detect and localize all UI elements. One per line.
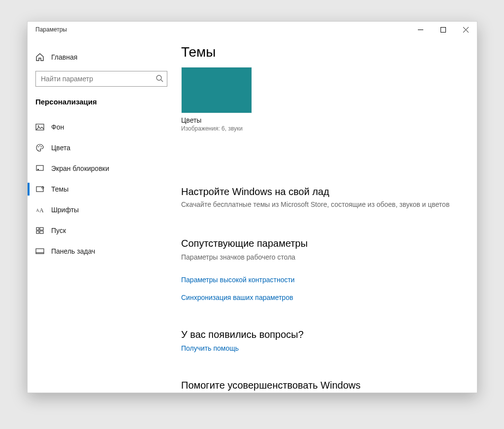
minimize-button[interactable] [409, 22, 432, 37]
svg-point-8 [38, 146, 39, 147]
svg-rect-1 [441, 27, 445, 32]
svg-rect-16 [36, 228, 39, 230]
search-icon [156, 74, 163, 82]
nav-label: Пуск [51, 227, 66, 234]
nav-label: Шрифты [51, 206, 79, 214]
theme-thumbnail [181, 67, 252, 113]
nav-item-taskbar[interactable]: Панель задач [28, 241, 175, 262]
nav-item-background[interactable]: Фон [28, 117, 175, 137]
sync-settings-link[interactable]: Синхронизация ваших параметров [181, 294, 463, 301]
maximize-button[interactable] [432, 22, 454, 37]
theme-card[interactable]: Цветы Изображения: 6, звуки [181, 67, 463, 132]
nav-item-themes[interactable]: Темы [28, 179, 175, 199]
sidebar: Главная Персонализация [28, 37, 175, 393]
svg-line-5 [161, 80, 163, 82]
nav-label: Темы [51, 185, 68, 193]
home-label: Главная [51, 53, 77, 61]
svg-text:A: A [36, 208, 39, 213]
fonts-icon: AA [35, 205, 44, 214]
feedback-title: Помогите усовершенствовать Windows [181, 380, 463, 391]
nav-item-start[interactable]: Пуск [28, 220, 175, 241]
desktop-icons-text: Параметры значков рабочего стола [181, 253, 463, 261]
search-input[interactable] [35, 71, 167, 87]
svg-rect-19 [40, 231, 43, 233]
related-title: Сопутствующие параметры [181, 238, 463, 249]
svg-point-4 [157, 75, 161, 80]
theme-name: Цветы [181, 116, 463, 124]
customize-desc: Скачайте бесплатные темы из Microsoft St… [181, 200, 463, 208]
titlebar: Параметры [28, 22, 477, 37]
window-controls [409, 22, 477, 37]
palette-icon [35, 143, 44, 152]
get-help-link[interactable]: Получить помощь [181, 344, 463, 352]
nav-item-colors[interactable]: Цвета [28, 137, 175, 158]
close-button[interactable] [454, 22, 477, 37]
themes-icon [35, 185, 44, 194]
svg-point-10 [41, 146, 42, 147]
taskbar-icon [35, 247, 44, 256]
svg-rect-12 [37, 169, 39, 170]
nav-label: Панель задач [51, 247, 95, 255]
theme-subtitle: Изображения: 6, звуки [181, 125, 463, 132]
nav-item-fonts[interactable]: AA Шрифты [28, 199, 175, 220]
page-heading: Темы [181, 44, 463, 60]
maximize-icon [441, 27, 446, 33]
home-button[interactable]: Главная [28, 47, 175, 67]
picture-icon [35, 123, 44, 132]
nav-item-lockscreen[interactable]: Экран блокировки [28, 158, 175, 179]
content-area: Темы Цветы Изображения: 6, звуки Настрой… [175, 37, 477, 393]
svg-point-9 [39, 145, 40, 146]
lockscreen-icon [35, 164, 44, 173]
help-title: У вас появились вопросы? [181, 329, 463, 340]
home-icon [35, 53, 44, 62]
high-contrast-link[interactable]: Параметры высокой контрастности [181, 276, 463, 284]
window-title: Параметры [28, 26, 409, 33]
nav-label: Фон [51, 123, 64, 131]
section-title: Персонализация [28, 90, 175, 110]
svg-text:A: A [39, 207, 44, 214]
svg-point-7 [38, 126, 39, 127]
svg-rect-18 [36, 231, 39, 233]
svg-rect-17 [40, 228, 43, 230]
nav-label: Экран блокировки [51, 165, 109, 172]
minimize-icon [418, 27, 423, 33]
close-icon [463, 27, 469, 33]
search-box [35, 71, 167, 87]
customize-title: Настройте Windows на свой лад [181, 186, 463, 198]
start-icon [35, 226, 44, 235]
settings-window: Параметры Главная [27, 21, 477, 393]
nav-label: Цвета [51, 144, 70, 152]
nav-list: Фон Цвета Экран блокировки [28, 117, 175, 262]
